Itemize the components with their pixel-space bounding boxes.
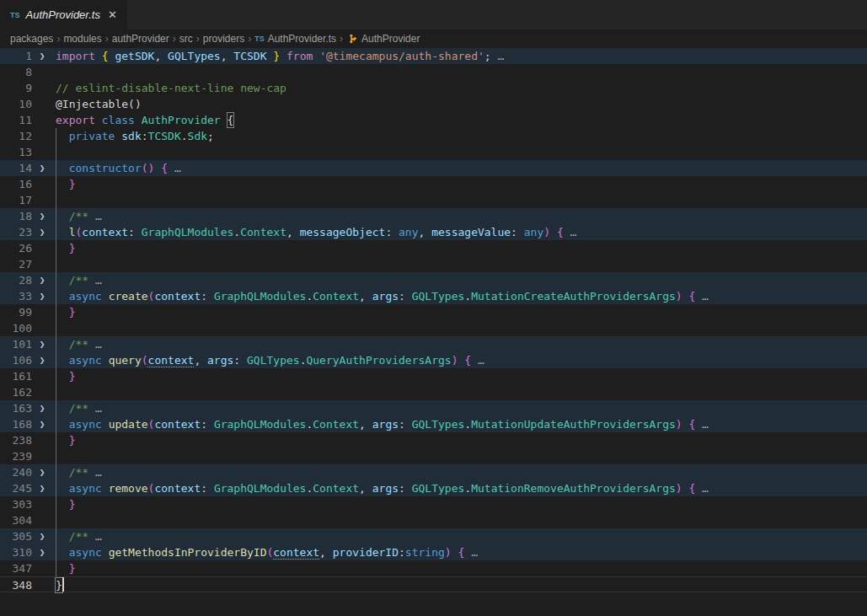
code-content[interactable] xyxy=(52,320,867,336)
code-content[interactable]: import { getSDK, GQLTypes, TCSDK } from … xyxy=(52,48,867,64)
token: /** xyxy=(69,210,88,222)
token xyxy=(56,418,69,431)
code-content[interactable]: } xyxy=(52,368,867,384)
code-content[interactable] xyxy=(52,448,867,464)
line-number: 9 xyxy=(0,80,32,96)
token: … xyxy=(88,466,102,479)
token: , xyxy=(419,226,432,238)
token: , xyxy=(359,290,372,303)
typescript-file-icon: TS xyxy=(10,11,20,19)
gutter: 12 xyxy=(0,128,52,144)
line-number: 100 xyxy=(0,320,32,336)
code-content[interactable]: /** … xyxy=(52,272,867,288)
fold-chevron-icon[interactable]: ❯ xyxy=(32,160,52,176)
fold-chevron-icon[interactable]: ❯ xyxy=(32,336,52,352)
vscode-window: TS AuthProvider.ts ✕ packages›modules›au… xyxy=(0,0,867,616)
breadcrumb-item-packages[interactable]: packages xyxy=(10,33,53,45)
code-content[interactable]: } xyxy=(52,496,867,512)
fold-chevron-icon[interactable]: ❯ xyxy=(32,288,52,304)
code-content[interactable]: /** … xyxy=(52,336,867,352)
line-number: 16 xyxy=(0,176,32,192)
code-line-310: 310❯ async getMethodsInProviderByID(cont… xyxy=(0,544,867,560)
code-line-168: 168❯ async update(context: GraphQLModule… xyxy=(0,416,867,432)
code-line-245: 245❯ async remove(context: GraphQLModule… xyxy=(0,480,867,496)
code-content[interactable]: @Injectable() xyxy=(52,96,867,112)
fold-chevron-icon[interactable]: ❯ xyxy=(32,480,52,496)
token: context xyxy=(154,482,201,495)
breadcrumb-item-authprovider[interactable]: authProvider xyxy=(112,33,169,45)
token xyxy=(102,482,109,495)
fold-spacer xyxy=(32,112,52,128)
fold-chevron-icon[interactable]: ❯ xyxy=(32,352,52,368)
code-content[interactable]: /** … xyxy=(52,208,867,224)
breadcrumb-item-authprovider[interactable]: AuthProvider xyxy=(346,33,420,45)
code-content[interactable]: /** … xyxy=(52,464,867,480)
tab-authprovider-ts[interactable]: TS AuthProvider.ts ✕ xyxy=(0,0,127,29)
code-content[interactable]: async getMethodsInProviderByID(context, … xyxy=(52,544,867,560)
breadcrumb-item-providers[interactable]: providers xyxy=(203,33,244,45)
gutter: 100 xyxy=(0,320,52,336)
code-content[interactable]: export class AuthProvider { xyxy=(52,112,867,128)
code-content[interactable] xyxy=(52,64,867,80)
token: () xyxy=(142,162,155,174)
token: { xyxy=(557,226,564,238)
fold-chevron-icon[interactable]: ❯ xyxy=(32,400,52,416)
fold-chevron-icon[interactable]: ❯ xyxy=(32,48,52,64)
gutter: 347 xyxy=(0,560,52,576)
gutter: 9 xyxy=(0,80,52,96)
breadcrumb-label: packages xyxy=(10,33,53,45)
fold-chevron-icon[interactable]: ❯ xyxy=(32,272,52,288)
code-content[interactable]: async update(context: GraphQLModules.Con… xyxy=(52,416,867,432)
line-number: 101 xyxy=(0,336,32,352)
fold-chevron-icon[interactable]: ❯ xyxy=(32,416,52,432)
code-content[interactable]: } xyxy=(52,240,867,256)
code-content[interactable]: } xyxy=(52,577,867,592)
token: { xyxy=(464,354,471,367)
token: AuthProvider xyxy=(142,114,221,126)
gutter: 238 xyxy=(0,432,52,448)
fold-spacer xyxy=(32,96,52,112)
token xyxy=(56,290,69,303)
close-tab-icon[interactable]: ✕ xyxy=(106,8,119,21)
gutter: 33❯ xyxy=(0,288,52,304)
token xyxy=(102,354,109,367)
code-content[interactable]: private sdk:TCSDK.Sdk; xyxy=(52,128,867,144)
code-content[interactable]: } xyxy=(52,176,867,192)
breadcrumb-item-authprovider-ts[interactable]: TSAuthProvider.ts xyxy=(254,33,336,45)
fold-chevron-icon[interactable]: ❯ xyxy=(32,528,52,544)
code-content[interactable]: async remove(context: GraphQLModules.Con… xyxy=(52,480,867,496)
code-content[interactable] xyxy=(52,192,867,208)
token: messageObject xyxy=(300,226,386,238)
code-content[interactable] xyxy=(52,512,867,528)
token: // eslint-disable-next-line new-cap xyxy=(56,82,286,94)
code-content[interactable] xyxy=(52,144,867,160)
code-content[interactable]: } xyxy=(52,304,867,320)
breadcrumb-label: AuthProvider xyxy=(361,33,420,45)
token: providerID xyxy=(333,546,399,559)
code-content[interactable]: /** … xyxy=(52,528,867,544)
fold-chevron-icon[interactable]: ❯ xyxy=(32,544,52,560)
code-content[interactable]: } xyxy=(52,560,867,576)
code-content[interactable]: l(context: GraphQLModules.Context, messa… xyxy=(52,224,867,240)
token: TCSDK xyxy=(148,130,181,142)
breadcrumb-item-src[interactable]: src xyxy=(179,33,193,45)
token: } xyxy=(69,178,76,190)
token: : xyxy=(385,226,399,238)
code-content[interactable]: } xyxy=(52,432,867,448)
token: ) xyxy=(676,418,682,431)
breadcrumb-item-modules[interactable]: modules xyxy=(63,33,101,45)
code-editor[interactable]: 1❯import { getSDK, GQLTypes, TCSDK } fro… xyxy=(0,48,867,592)
token: ; xyxy=(207,130,214,142)
token: , xyxy=(359,482,372,495)
code-content[interactable]: async query(context, args: GQLTypes.Quer… xyxy=(52,352,867,368)
code-content[interactable]: // eslint-disable-next-line new-cap xyxy=(52,80,867,96)
code-content[interactable]: constructor() { … xyxy=(52,160,867,176)
fold-chevron-icon[interactable]: ❯ xyxy=(32,464,52,480)
code-content[interactable]: /** … xyxy=(52,400,867,416)
fold-chevron-icon[interactable]: ❯ xyxy=(32,208,52,224)
code-content[interactable] xyxy=(52,384,867,400)
code-content[interactable]: async create(context: GraphQLModules.Con… xyxy=(52,288,867,304)
code-content[interactable] xyxy=(52,256,867,272)
fold-chevron-icon[interactable]: ❯ xyxy=(32,224,52,240)
breadcrumb-separator: › xyxy=(340,33,343,45)
